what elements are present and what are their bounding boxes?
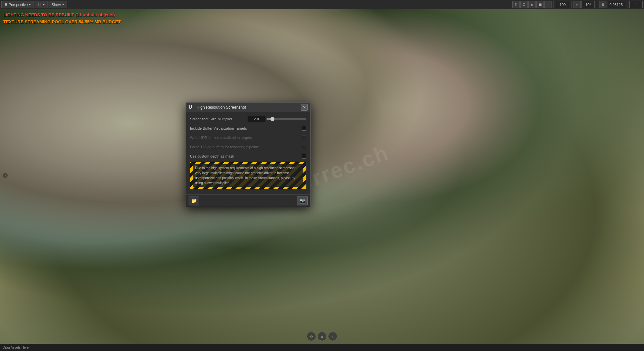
capture-screenshot-button[interactable]: 📷 <box>297 196 308 205</box>
dialog-body: Screenshot Size Multiplier Include Buffe… <box>186 112 310 194</box>
write-hdr-label: Write HDR format visualization targets <box>190 136 302 140</box>
nav-indicator-2: ⊕ <box>317 332 327 341</box>
left-indicators: i <box>3 173 8 178</box>
dialog-high-resolution-screenshot: U High Resolution Screenshot ✕ Screensho… <box>186 102 311 207</box>
bottom-nav: ⟲ ⊕ ↑ <box>307 332 337 341</box>
left-indicator-1: i <box>3 173 8 178</box>
status-text: Drag Assets Here <box>3 346 29 349</box>
texture-warning: TEXTURE STREAMING POOL OVER 54.55% MB BU… <box>3 19 121 26</box>
custom-depth-label: Use custom depth as mask <box>190 154 302 158</box>
slider-thumb[interactable] <box>270 117 274 121</box>
nav-indicator-3: ↑ <box>328 332 337 341</box>
lit-dropdown[interactable]: Lit ▾ <box>35 1 48 8</box>
nav-indicator-1: ⟲ <box>307 332 316 341</box>
open-folder-button[interactable]: 📁 <box>189 196 199 205</box>
warning-banner-text: Due to the high system requirements of a… <box>195 166 301 185</box>
include-buffer-row: Include Buffer Visualization Targets <box>190 125 306 132</box>
viewport-scale-value[interactable]: 100 <box>556 1 569 8</box>
ue-logo-icon: U <box>189 104 195 110</box>
screenshot-size-row: Screenshot Size Multiplier <box>190 115 306 123</box>
dialog-titlebar: U High Resolution Screenshot ✕ <box>186 103 310 112</box>
warnings-area: LIGHTING NEEDS TO BE REBUILT (11 unbuilt… <box>3 12 121 26</box>
perspective-icon: ⊞ <box>4 2 7 7</box>
grid-icon[interactable]: ⊞ <box>599 1 606 8</box>
warning-banner: Due to the high system requirements of a… <box>190 162 306 189</box>
chevron-down-icon-2: ▾ <box>43 2 45 7</box>
force-128-checkbox[interactable] <box>302 145 306 149</box>
chevron-down-icon: ▾ <box>29 2 31 7</box>
dialog-close-button[interactable]: ✕ <box>301 104 308 111</box>
toolbar-icon-5[interactable]: ◻ <box>544 1 552 8</box>
perspective-dropdown[interactable]: ⊞ Perspective ▾ <box>1 1 34 8</box>
toolbar-icon-2[interactable]: ⬡ <box>520 1 528 8</box>
force-128-label: Force 128-bit buffers for rendering pipe… <box>190 145 302 149</box>
angle-value[interactable]: 10° <box>581 1 595 8</box>
write-hdr-checkbox[interactable] <box>302 135 306 140</box>
dialog-title-area: U High Resolution Screenshot <box>189 104 246 110</box>
custom-depth-checkbox[interactable] <box>302 154 306 159</box>
multiplier-value[interactable]: 0.03125 <box>607 1 625 8</box>
count-value[interactable]: 1 <box>629 1 643 8</box>
sep1 <box>554 1 554 8</box>
lighting-warning: LIGHTING NEEDS TO BE REBUILT (11 unbuilt… <box>3 12 121 19</box>
sep3 <box>597 1 597 8</box>
toolbar-icon-3[interactable]: ◈ <box>528 1 536 8</box>
bottom-bar: Drag Assets Here <box>0 344 644 351</box>
warning-banner-inner: Due to the high system requirements of a… <box>193 164 303 187</box>
screenshot-size-controls <box>248 116 306 122</box>
toolbar-right: ⚙ ⬡ ◈ ▦ ◻ 100 △ 10° ⊞ 0.03125 1 <box>512 1 643 8</box>
toolbar-icon-4[interactable]: ▦ <box>536 1 544 8</box>
folder-icon: 📁 <box>191 198 197 203</box>
lit-label: Lit <box>38 3 42 7</box>
include-buffer-checkbox[interactable] <box>302 126 306 131</box>
sep2 <box>571 1 571 8</box>
chevron-down-icon-3: ▾ <box>62 2 64 7</box>
toolbar: ⊞ Perspective ▾ Lit ▾ Show ▾ ⚙ ⬡ ◈ ▦ ◻ 1… <box>0 0 644 9</box>
dialog-footer: 📁 📷 <box>186 194 310 207</box>
write-hdr-row: Write HDR format visualization targets <box>190 134 306 141</box>
custom-depth-row: Use custom depth as mask <box>190 153 306 160</box>
screenshot-size-slider[interactable] <box>266 118 306 120</box>
viewport <box>0 0 644 351</box>
toolbar-icon-1[interactable]: ⚙ <box>512 1 520 8</box>
sep4 <box>627 1 627 8</box>
force-128-row: Force 128-bit buffers for rendering pipe… <box>190 143 306 151</box>
screenshot-size-label: Screenshot Size Multiplier <box>190 117 248 121</box>
show-label: Show <box>52 3 61 7</box>
dialog-title: High Resolution Screenshot <box>197 105 246 110</box>
include-buffer-label: Include Buffer Visualization Targets <box>190 126 302 130</box>
screenshot-size-input[interactable] <box>248 116 265 122</box>
angle-icon[interactable]: △ <box>573 1 581 8</box>
camera-icon: 📷 <box>300 198 305 203</box>
perspective-label: Perspective <box>9 3 28 7</box>
show-dropdown[interactable]: Show ▾ <box>49 1 67 8</box>
